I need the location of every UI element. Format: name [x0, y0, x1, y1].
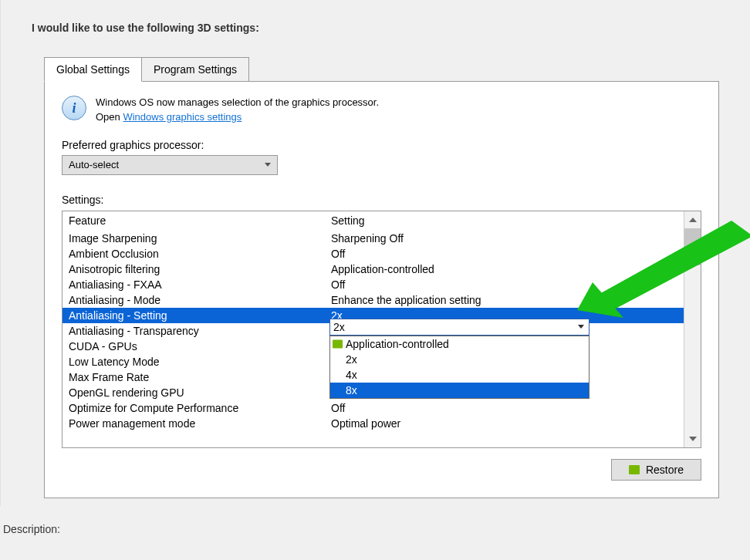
- tab-content: i Windows OS now manages selection of th…: [44, 81, 719, 498]
- chevron-down-icon: [689, 437, 697, 441]
- option-2x[interactable]: 2x: [330, 352, 589, 367]
- info-icon: i: [62, 96, 86, 120]
- scroll-track[interactable]: [684, 228, 701, 430]
- table-row[interactable]: Antialiasing - Mode Enhance the applicat…: [62, 292, 684, 308]
- option-application-controlled[interactable]: Application-controlled: [330, 336, 589, 352]
- scroll-down-button[interactable]: [684, 430, 701, 447]
- windows-graphics-settings-link[interactable]: Windows graphics settings: [123, 111, 242, 123]
- restore-button-label: Restore: [646, 464, 684, 476]
- preferred-processor-value: Auto-select: [69, 159, 119, 170]
- tab-global-settings[interactable]: Global Settings: [44, 57, 142, 82]
- row-value-dropdown-value: 2x: [333, 321, 345, 333]
- info-line2-prefix: Open: [96, 111, 123, 123]
- tab-strip: Global Settings Program Settings: [44, 57, 719, 82]
- antialiasing-setting-options: Application-controlled 2x 4x 8x: [329, 336, 590, 399]
- table-row[interactable]: Image Sharpening Sharpening Off: [62, 231, 684, 246]
- chevron-up-icon: [689, 218, 697, 222]
- column-setting: Setting: [331, 214, 677, 227]
- table-row[interactable]: Ambient Occlusion Off: [62, 246, 684, 261]
- preferred-processor-label: Preferred graphics processor:: [62, 139, 701, 151]
- column-feature: Feature: [69, 214, 331, 227]
- settings-label: Settings:: [62, 194, 701, 206]
- option-8x[interactable]: 8x: [330, 383, 589, 398]
- nvidia-icon: [629, 465, 640, 474]
- table-row[interactable]: Power management mode Optimal power: [62, 416, 684, 431]
- table-row[interactable]: Anisotropic filtering Application-contro…: [62, 261, 684, 277]
- section-heading: I would like to use the following 3D set…: [32, 22, 719, 34]
- info-line1: Windows OS now manages selection of the …: [96, 96, 379, 108]
- scroll-thumb[interactable]: [684, 228, 701, 265]
- table-row[interactable]: Antialiasing - FXAA Off: [62, 277, 684, 292]
- option-4x[interactable]: 4x: [330, 367, 589, 383]
- restore-button[interactable]: Restore: [611, 459, 701, 481]
- table-row[interactable]: Optimize for Compute Performance Off: [62, 400, 684, 416]
- row-value-dropdown[interactable]: 2x: [329, 319, 590, 336]
- info-text: Windows OS now manages selection of the …: [96, 96, 379, 125]
- description-label: Description:: [3, 523, 750, 535]
- table-header: Feature Setting: [62, 211, 684, 231]
- chevron-down-icon: [265, 163, 271, 167]
- preferred-processor-dropdown[interactable]: Auto-select: [62, 155, 278, 175]
- scrollbar[interactable]: [684, 211, 701, 447]
- chevron-down-icon: [578, 325, 584, 329]
- scroll-up-button[interactable]: [684, 211, 701, 228]
- tab-program-settings[interactable]: Program Settings: [141, 57, 249, 82]
